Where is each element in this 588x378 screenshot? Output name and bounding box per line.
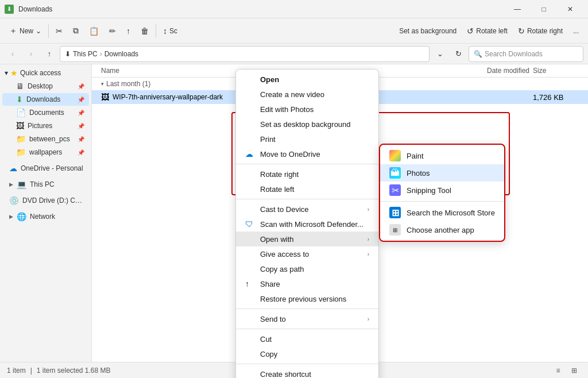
sort-icon: ↕ bbox=[163, 26, 167, 36]
sort-button[interactable]: ↕ Sc bbox=[158, 22, 182, 40]
ctx-shortcut-label: Create shortcut bbox=[260, 370, 311, 379]
details-view-button[interactable]: ≡ bbox=[551, 364, 565, 377]
window-controls: — □ ✕ bbox=[504, 0, 583, 18]
delete-button[interactable]: 🗑 bbox=[136, 22, 153, 40]
ctx-share-icon: ↑ bbox=[245, 279, 254, 288]
ctx-cast[interactable]: Cast to Device › bbox=[236, 202, 378, 217]
ctx-print[interactable]: Print bbox=[236, 132, 378, 146]
submenu-paint[interactable]: Paint bbox=[380, 147, 504, 164]
dvd-icon: 💿 bbox=[9, 196, 19, 205]
ctx-sep-5 bbox=[236, 364, 378, 364]
rename-icon: ✏ bbox=[109, 26, 116, 36]
ctx-create-video[interactable]: Create a new video bbox=[236, 87, 378, 102]
ctx-defender-icon: 🛡 bbox=[245, 219, 254, 229]
ctx-open-with-label: Open with bbox=[260, 235, 294, 244]
network-icon: 🌐 bbox=[17, 212, 26, 221]
rename-button[interactable]: ✏ bbox=[105, 22, 121, 40]
this-pc-label: This PC bbox=[73, 50, 98, 58]
tiles-view-button[interactable]: ⊞ bbox=[567, 364, 581, 377]
pictures-icon: 🖼 bbox=[16, 121, 24, 130]
ctx-edit-photos[interactable]: Edit with Photos bbox=[236, 102, 378, 117]
sidebar-item-onedrive[interactable]: ☁ OneDrive - Personal bbox=[2, 162, 89, 175]
sidebar-item-downloads[interactable]: ⬇ Downloads 📌 bbox=[2, 93, 89, 106]
ctx-restore-icon bbox=[245, 294, 254, 303]
sidebar-item-wallpapers[interactable]: 📁 wallpapers 📌 bbox=[2, 146, 89, 159]
sidebar-item-between-pcs[interactable]: 📁 between_pcs 📌 bbox=[2, 133, 89, 145]
more-icon: ... bbox=[573, 27, 579, 35]
ctx-open[interactable]: Open bbox=[236, 72, 378, 87]
date-group-label: Last month (1) bbox=[106, 80, 150, 88]
size-column-header: Size bbox=[533, 67, 579, 75]
ctx-cut[interactable]: Cut bbox=[236, 331, 378, 346]
ctx-create-shortcut[interactable]: Create shortcut bbox=[236, 367, 378, 378]
forward-button[interactable]: › bbox=[23, 46, 39, 62]
submenu-photos[interactable]: 🏔 Photos bbox=[380, 164, 504, 182]
minimize-button[interactable]: — bbox=[504, 0, 531, 18]
sidebar-item-this-pc[interactable]: ▶ 💻 This PC bbox=[2, 178, 89, 191]
path-icon: ⬇ bbox=[65, 50, 71, 58]
submenu-choose-app[interactable]: ⊞ Choose another app bbox=[380, 221, 504, 238]
share-button[interactable]: ↑ bbox=[122, 22, 135, 40]
rotate-right-button[interactable]: ↻ Rotate right bbox=[513, 22, 567, 40]
ctx-rotate-left-icon bbox=[245, 184, 254, 194]
copy-button[interactable]: ⧉ bbox=[68, 22, 83, 40]
downloads-path-label: Downloads bbox=[105, 50, 138, 58]
ctx-rotate-right-label: Rotate right bbox=[260, 170, 299, 179]
ctx-rotate-right[interactable]: Rotate right bbox=[236, 167, 378, 182]
sidebar-item-network[interactable]: ▶ 🌐 Network bbox=[2, 210, 89, 223]
address-path[interactable]: ⬇ This PC › Downloads bbox=[60, 46, 430, 62]
quick-access-category[interactable]: ▾ ★ Quick access bbox=[0, 67, 91, 79]
close-button[interactable]: ✕ bbox=[557, 0, 583, 18]
ctx-share[interactable]: ↑ Share bbox=[236, 276, 378, 291]
search-box[interactable]: 🔍 Search Downloads bbox=[469, 46, 583, 62]
title-bar: ⬇ Downloads — □ ✕ bbox=[0, 0, 588, 18]
onedrive-icon: ☁ bbox=[9, 164, 17, 173]
submenu-snipping[interactable]: ✂ Snipping Tool bbox=[380, 182, 504, 199]
ctx-set-background[interactable]: Set as desktop background bbox=[236, 117, 378, 132]
app-icon: ⬇ bbox=[5, 5, 14, 14]
ctx-open-with[interactable]: Open with › bbox=[236, 232, 378, 246]
ctx-restore[interactable]: Restore previous versions bbox=[236, 291, 378, 306]
snipping-label: Snipping Tool bbox=[407, 186, 451, 195]
path-separator: › bbox=[100, 50, 102, 58]
ctx-scan[interactable]: 🛡 Scan with Microsoft Defender... bbox=[236, 217, 378, 232]
ctx-send-to[interactable]: Send to › bbox=[236, 311, 378, 326]
cut-button[interactable]: ✂ bbox=[51, 22, 67, 40]
back-button[interactable]: ‹ bbox=[5, 46, 21, 62]
up-button[interactable]: ↑ bbox=[41, 46, 57, 62]
set-background-button[interactable]: Set as background bbox=[394, 22, 461, 40]
sidebar-item-dvd[interactable]: 💿 DVD Drive (D:) CPRA bbox=[2, 194, 89, 207]
chevron-button[interactable]: ⌄ bbox=[432, 46, 448, 62]
rotate-left-button[interactable]: ↺ Rotate left bbox=[462, 22, 512, 40]
ctx-move-onedrive[interactable]: ☁ Move to OneDrive bbox=[236, 146, 378, 161]
ctx-sep-3 bbox=[236, 308, 378, 309]
snipping-icon: ✂ bbox=[389, 184, 401, 196]
ctx-open-with-arrow: › bbox=[368, 236, 369, 242]
ctx-onedrive-icon: ☁ bbox=[245, 149, 254, 159]
ctx-give-access[interactable]: Give access to › bbox=[236, 246, 378, 261]
file-name: WIP-7th-anniversary-wallpaper-dark bbox=[113, 93, 223, 101]
rotate-left-icon: ↺ bbox=[467, 26, 474, 36]
desktop-label: Desktop bbox=[28, 82, 74, 90]
ctx-rotate-left[interactable]: Rotate left bbox=[236, 182, 378, 196]
submenu-store[interactable]: ⊞ Search the Microsoft Store bbox=[380, 204, 504, 221]
paste-button[interactable]: 📋 bbox=[84, 22, 103, 40]
context-menu: Open Create a new video Edit with Photos… bbox=[235, 69, 379, 378]
ctx-copy[interactable]: Copy bbox=[236, 346, 378, 361]
ctx-send-to-label: Send to bbox=[260, 315, 286, 323]
sidebar-item-documents[interactable]: 📄 Documents 📌 bbox=[2, 106, 89, 119]
sidebar-item-pictures[interactable]: 🖼 Pictures 📌 bbox=[2, 119, 89, 132]
item-count: 1 item bbox=[7, 367, 26, 375]
ctx-scan-label: Scan with Microsoft Defender... bbox=[260, 220, 363, 229]
ctx-copy-path[interactable]: Copy as path bbox=[236, 261, 378, 276]
refresh-button[interactable]: ↻ bbox=[450, 46, 466, 62]
ctx-sep-1 bbox=[236, 164, 378, 164]
address-bar: ‹ › ↑ ⬇ This PC › Downloads ⌄ ↻ 🔍 Search… bbox=[0, 44, 588, 64]
new-button[interactable]: ＋ New ⌄ bbox=[5, 22, 46, 40]
sidebar-item-desktop[interactable]: 🖥 Desktop 📌 bbox=[2, 80, 89, 92]
more-button[interactable]: ... bbox=[568, 22, 583, 40]
rotate-right-label: Rotate right bbox=[527, 27, 563, 35]
maximize-button[interactable]: □ bbox=[531, 0, 557, 18]
photos-icon: 🏔 bbox=[389, 167, 401, 179]
ctx-give-access-arrow: › bbox=[368, 251, 369, 257]
